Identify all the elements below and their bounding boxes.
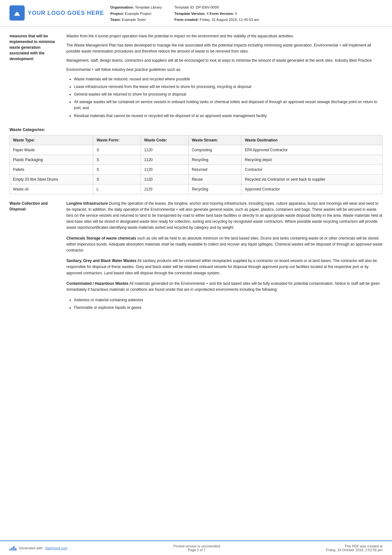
template-version-val: 4 <box>206 12 208 16</box>
footer: Generated with dashpivot.com Printed ver… <box>0 540 392 555</box>
bar-2 <box>11 547 13 551</box>
form-created-label: Form created: <box>175 18 199 22</box>
col-form: Waste Form: <box>93 135 141 145</box>
cell-destination: Contractor <box>242 165 383 174</box>
intro-bullet-1: Waste materials will be reduced, reused … <box>74 76 383 82</box>
collection-body: Longline Infrastructure During the opera… <box>66 201 383 314</box>
cell-form: S <box>93 165 141 174</box>
svg-point-0 <box>16 10 18 12</box>
form-version-label: Form Version: <box>210 12 234 16</box>
hazardous-bullet-2: Flammable or explosive liquids or gases <box>74 305 383 311</box>
header-meta: Organisation: Template Library Project: … <box>110 3 383 23</box>
cell-stream: Recycling <box>188 155 242 165</box>
cell-code: J120 <box>141 184 189 194</box>
cell-form: S <box>93 174 141 184</box>
table-row: PalletsS1120ReturnedContractor <box>10 165 383 174</box>
project-val: Example Project <box>125 12 151 16</box>
intro-para-1: Wastes from the A tunnel project operati… <box>66 33 383 39</box>
cell-type: Empty 20 litre Steel Drums <box>10 174 93 184</box>
bar-1 <box>9 549 11 551</box>
collection-heading-longline: Longline Infrastructure <box>66 201 108 206</box>
bar-4 <box>15 548 16 551</box>
table-header-row: Waste Type: Waste Form: Waste Code: Wast… <box>10 135 383 145</box>
footer-uncontrolled: Printed version is uncontrolled <box>174 544 220 548</box>
cell-code: 1120 <box>141 155 189 165</box>
footer-logo <box>9 546 16 551</box>
org-val: Template Library <box>135 5 162 9</box>
team-label: Team: <box>110 18 121 22</box>
waste-categories-section: Waste Categories: Waste Type: Waste Form… <box>9 127 383 194</box>
intro-bullet-3: General wastes will be returned to shore… <box>74 91 383 97</box>
intro-bullet-2: Lease infrastructure removed from the le… <box>74 84 383 90</box>
collection-section: Waste Collection and Disposal: Longline … <box>9 201 383 314</box>
template-version-label: Template Version: <box>175 12 205 16</box>
collection-text-longline: During the operation of the leases, the … <box>66 201 382 230</box>
intro-para-4: Environmental + will follow industry bes… <box>66 67 383 73</box>
collection-para-hazardous: Contaminated / Hazardous Wastes All mate… <box>66 281 383 293</box>
cell-code: 1120 <box>141 145 189 155</box>
col-stream: Waste Stream: <box>188 135 242 145</box>
logo-icon <box>9 5 25 21</box>
template-id-label: Template ID: <box>175 5 195 9</box>
header-meta-right: Template ID: DP-ENV-0009 Template Versio… <box>175 4 259 23</box>
form-version-val: 5 <box>235 12 237 16</box>
cell-type: Paper Waste <box>10 145 93 155</box>
cell-form: S <box>93 145 141 155</box>
hazardous-bullet-list: Asbestos or material containing asbestos… <box>66 297 383 311</box>
table-row: Waste oilLJ120RecyclingApproved Contract… <box>10 184 383 194</box>
waste-table: Waste Type: Waste Form: Waste Code: Wast… <box>9 135 383 194</box>
org-label: Organisation: <box>110 5 134 9</box>
footer-page: Page 2 of 7 <box>174 548 220 552</box>
footer-right: This PDF was created at Friday, 19 Octob… <box>326 544 383 552</box>
collection-heading-hazardous: Contaminated / Hazardous Wastes <box>66 281 128 286</box>
waste-categories-title: Waste Categories: <box>9 127 383 132</box>
collection-para-longline: Longline Infrastructure During the opera… <box>66 201 383 231</box>
content: measures that will be implemented to min… <box>0 27 392 540</box>
footer-center: Printed version is uncontrolled Page 2 o… <box>174 544 220 552</box>
cell-form: L <box>93 184 141 194</box>
cell-stream: Returned <box>188 165 242 174</box>
page: YOUR LOGO GOES HERE Organisation: Templa… <box>0 0 392 555</box>
footer-site-link[interactable]: dashpivot.com <box>45 546 68 550</box>
footer-left: Generated with dashpivot.com <box>9 546 68 551</box>
cell-destination: Recycled via Contractor or sent back to … <box>242 174 383 184</box>
hazardous-bullet-1: Asbestos or material containing asbestos <box>74 297 383 303</box>
collection-para-chemicals: Chemicals Storage of waste chemicals suc… <box>66 235 383 254</box>
cell-code: 1120 <box>141 174 189 184</box>
footer-bars-icon <box>9 546 16 551</box>
cell-destination: Approved Contractor <box>242 184 383 194</box>
intro-label: measures that will be implemented to min… <box>9 33 60 122</box>
cell-stream: Reuse <box>188 174 242 184</box>
header: YOUR LOGO GOES HERE Organisation: Templa… <box>0 0 392 27</box>
cell-code: 1120 <box>141 165 189 174</box>
bar-3 <box>13 546 15 551</box>
intro-para-2: The Waste Management Plan has been devel… <box>66 42 383 54</box>
collection-para-sanitary: Sanitary, Grey and Black Water Wastes Al… <box>66 258 383 276</box>
collection-heading-chemicals: Chemicals Storage of waste chemicals <box>66 236 136 240</box>
col-code: Waste Code: <box>141 135 189 145</box>
table-row: Empty 20 litre Steel DrumsS1120ReuseRecy… <box>10 174 383 184</box>
logo-text: YOUR LOGO GOES HERE <box>28 10 104 16</box>
table-row: Paper WasteS1120CompostingEPA Approved C… <box>10 145 383 155</box>
cell-destination: EPA Approved Contractor <box>242 145 383 155</box>
cell-type: Plastic Packaging <box>10 155 93 165</box>
project-label: Project: <box>110 12 124 16</box>
header-meta-left: Organisation: Template Library Project: … <box>110 4 162 23</box>
collection-heading-sanitary: Sanitary, Grey and Black Water Wastes <box>66 259 137 263</box>
cell-form: S <box>93 155 141 165</box>
footer-generated-text: Generated with <box>19 546 43 550</box>
collection-label: Waste Collection and Disposal: <box>9 201 60 314</box>
intro-section: measures that will be implemented to min… <box>9 33 383 122</box>
footer-right-date: Friday, 19 October 2018, 2:52:55 pm <box>326 548 383 552</box>
svg-rect-1 <box>15 14 19 15</box>
intro-bullet-list: Waste materials will be reduced, reused … <box>66 76 383 119</box>
col-type: Waste Type: <box>10 135 93 145</box>
intro-bullet-4: All sewage wastes will be contained on s… <box>74 99 383 111</box>
template-id-val: DP-ENV-0009 <box>196 5 219 9</box>
footer-right-text: This PDF was created at <box>326 544 383 548</box>
cell-stream: Composting <box>188 145 242 155</box>
cell-destination: Recycling depot <box>242 155 383 165</box>
col-destination: Waste Destination <box>242 135 383 145</box>
cell-stream: Recycling <box>188 184 242 194</box>
logo-area: YOUR LOGO GOES HERE <box>9 3 104 23</box>
